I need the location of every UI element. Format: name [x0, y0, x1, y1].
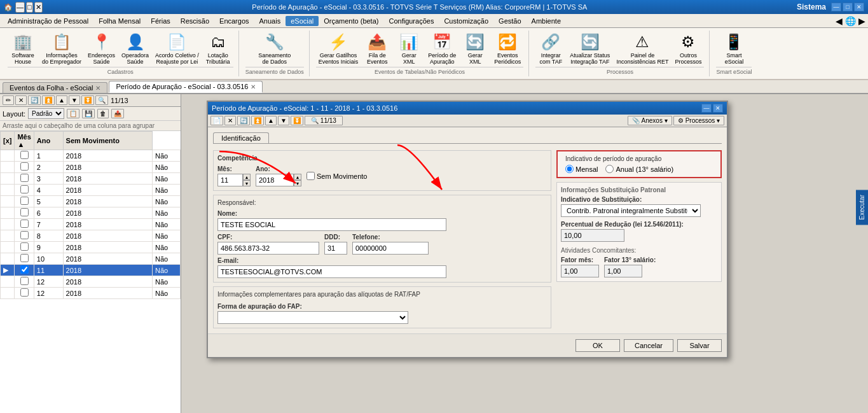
anual-radio[interactable]	[605, 165, 614, 173]
row-check[interactable]	[15, 242, 34, 253]
tab-identificacao[interactable]: Identificação	[213, 132, 269, 143]
row-check[interactable]	[15, 150, 34, 162]
table-row[interactable]: 82018Não	[1, 230, 181, 242]
ribbon-btn-operadora[interactable]: 👤 OperadoraSaúde	[119, 32, 151, 66]
fator13-input[interactable]	[604, 265, 642, 277]
row-check[interactable]	[15, 196, 34, 207]
modal-close-btn[interactable]: ✕	[713, 104, 723, 113]
row-checkbox[interactable]	[20, 277, 29, 285]
salvar-btn[interactable]: Salvar	[677, 339, 722, 352]
row-checkbox[interactable]	[20, 151, 29, 159]
main-max-btn[interactable]: □	[843, 3, 853, 11]
tab-eventos-folha[interactable]: Eventos da Folha - eSocial ✕	[3, 82, 107, 93]
ribbon-btn-acordo[interactable]: 📄 Acordo Coletivo /Reajuste por Lei	[153, 32, 202, 66]
mensal-label[interactable]: Mensal	[565, 165, 598, 173]
row-checkbox[interactable]	[20, 162, 29, 171]
menu-item-ferias[interactable]: Férias	[146, 16, 176, 26]
row-checkbox[interactable]	[20, 197, 29, 205]
menu-item-rescisao[interactable]: Rescisão	[176, 16, 214, 26]
table-row[interactable]: 72018Não	[1, 219, 181, 230]
modal-processos-btn[interactable]: ⚙ Processos ▾	[673, 116, 724, 125]
row-check[interactable]	[15, 219, 34, 230]
anual-label[interactable]: Anual (13° salário)	[605, 165, 673, 173]
table-row[interactable]: ▶112018Não	[1, 265, 181, 276]
ribbon-btn-integrar[interactable]: 🔗 Integrarcom TAF	[535, 32, 566, 66]
percentual-input[interactable]	[561, 229, 624, 242]
row-check[interactable]	[15, 276, 34, 288]
menu-item-gestao[interactable]: Gestão	[493, 16, 526, 26]
search-btn[interactable]: 🔍	[95, 95, 108, 105]
ribbon-btn-gerar-xml2[interactable]: 🔄 GerarXML	[460, 32, 490, 66]
tab-periodo-apuracao-close[interactable]: ✕	[251, 83, 256, 90]
close-btn[interactable]: ✕	[34, 2, 43, 13]
telefone-input[interactable]	[352, 242, 429, 255]
row-checkbox[interactable]	[20, 265, 29, 274]
menu-item-anuais[interactable]: Anuais	[254, 16, 286, 26]
nav-icon-left[interactable]: ◀	[836, 16, 843, 26]
table-row[interactable]: 32018Não	[1, 173, 181, 185]
indicativo-subst-select[interactable]: Contrib. Patronal integralmente Substitu…	[561, 204, 701, 217]
row-check[interactable]	[15, 253, 34, 265]
minimize-btn[interactable]: —	[15, 2, 25, 13]
table-row[interactable]: 12018Não	[1, 150, 181, 162]
executar-tab[interactable]: Executar	[856, 190, 868, 225]
modal-next-btn[interactable]: ▼	[278, 116, 289, 125]
ok-btn[interactable]: OK	[575, 339, 620, 352]
table-row[interactable]: 52018Não	[1, 196, 181, 207]
ribbon-btn-gerar-xml[interactable]: 📊 GerarXML	[394, 32, 424, 66]
table-row[interactable]: 102018Não	[1, 253, 181, 265]
ribbon-btn-eventos-periodicos[interactable]: 🔁 EventosPeriódicos	[492, 32, 523, 66]
modal-anexos-btn[interactable]: 📎 Anexos ▾	[628, 116, 672, 125]
row-check[interactable]	[15, 288, 34, 299]
modal-last-btn[interactable]: ⏬	[291, 116, 303, 125]
menu-item-folha[interactable]: Folha Mensal	[93, 16, 146, 26]
row-check[interactable]	[15, 173, 34, 185]
ribbon-btn-saneamento[interactable]: 🔧 Saneamentode Dados	[256, 32, 293, 67]
restore-btn[interactable]: □	[26, 2, 33, 13]
modal-search-btn[interactable]: 🔍 11/13	[305, 116, 343, 125]
mes-up-btn[interactable]: ▲	[243, 174, 251, 180]
ribbon-btn-gatilhos[interactable]: ⚡ Gerar GatilhosEventos Iniciais	[316, 32, 361, 66]
delete-btn[interactable]: ✕	[15, 95, 27, 105]
row-checkbox[interactable]	[20, 185, 29, 193]
col-header-sem[interactable]: Sem Movimento	[63, 132, 152, 150]
row-check[interactable]	[15, 230, 34, 242]
next-btn[interactable]: ▼	[69, 95, 80, 105]
menu-item-ambiente[interactable]: Ambiente	[527, 16, 566, 26]
row-checkbox[interactable]	[20, 208, 29, 216]
col-header-ano[interactable]: Ano	[34, 132, 63, 150]
ribbon-btn-painel[interactable]: ⚠ Painel deInconsistências RET	[614, 32, 671, 66]
modal-first-btn[interactable]: ⏫	[251, 116, 264, 125]
mes-down-btn[interactable]: ▼	[243, 180, 251, 186]
layout-save-btn[interactable]: 💾	[82, 109, 95, 118]
table-row[interactable]: 122018Não	[1, 288, 181, 299]
cancelar-btn[interactable]: Cancelar	[624, 339, 673, 352]
sem-movimento-label[interactable]: Sem Movimento	[307, 172, 367, 180]
modal-del-btn[interactable]: ✕	[224, 116, 236, 125]
menu-item-encargos[interactable]: Encargos	[214, 16, 254, 26]
refresh-btn[interactable]: 🔄	[28, 95, 41, 105]
mensal-radio[interactable]	[565, 165, 574, 173]
row-check[interactable]	[15, 265, 34, 276]
modal-min-btn[interactable]: —	[701, 104, 712, 113]
first-btn[interactable]: ⏫	[42, 95, 55, 105]
nav-icon-right[interactable]: ▶	[858, 16, 865, 26]
col-header-mes[interactable]: Mês ▲	[15, 132, 34, 150]
nome-input[interactable]	[217, 218, 446, 231]
row-checkbox[interactable]	[20, 231, 29, 239]
tab-periodo-apuracao[interactable]: Período de Apuração - eSocial - 03.3.051…	[109, 81, 263, 93]
row-check[interactable]	[15, 185, 34, 196]
ribbon-btn-smart[interactable]: 📱 SmarteSocial	[719, 32, 749, 67]
table-row[interactable]: 62018Não	[1, 207, 181, 219]
last-btn[interactable]: ⏬	[81, 95, 94, 105]
menu-item-configuracoes[interactable]: Configurações	[383, 16, 439, 26]
row-check[interactable]	[15, 162, 34, 173]
table-wrapper[interactable]: [x] Mês ▲ Ano Sem Movimento 12018Não2201…	[0, 131, 181, 413]
tab-eventos-folha-close[interactable]: ✕	[95, 85, 100, 92]
main-minimize-btn[interactable]: —	[831, 3, 841, 11]
layout-export-btn[interactable]: 📤	[111, 109, 124, 118]
row-checkbox[interactable]	[20, 242, 29, 251]
ribbon-btn-outros[interactable]: ⚙ OutrosProcessos	[672, 32, 704, 66]
ribbon-btn-enderecos[interactable]: 📍 EndereçosSaúde	[85, 32, 118, 66]
window-controls-left[interactable]: — □ ✕	[15, 2, 43, 13]
